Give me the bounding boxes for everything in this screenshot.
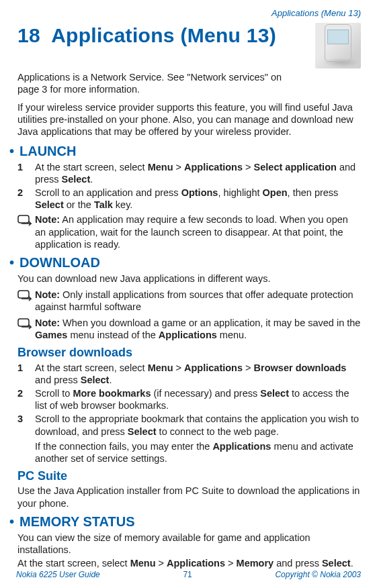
download-intro: You can download new Java applications i… (17, 273, 361, 285)
list-item: 2 Scroll to an application and press Opt… (17, 187, 361, 211)
step-text: Scroll to More bookmarks (if necessary) … (35, 387, 361, 411)
note-icon (17, 213, 35, 250)
launch-steps: 1 At the start screen, select Menu > App… (17, 161, 361, 211)
step-text: Scroll to an application and press Optio… (35, 187, 361, 211)
bullet-icon: • (9, 144, 14, 158)
browser-tail: If the connection fails, you may enter t… (35, 440, 361, 464)
section-download: •DOWNLOAD (9, 254, 361, 271)
svg-rect-0 (18, 215, 29, 223)
note-icon (17, 317, 35, 341)
note-launch: Note: An application may require a few s… (17, 213, 361, 250)
intro-paragraph-2: If your wireless service provider suppor… (17, 101, 361, 138)
note-text: Note: An application may require a few s… (35, 213, 361, 250)
note-download-2: Note: When you download a game or an app… (17, 317, 361, 341)
list-item: 1 At the start screen, select Menu > App… (17, 362, 361, 386)
subsection-browser-downloads: Browser downloads (17, 345, 361, 360)
memory-line1: You can view the size of memory availabl… (17, 532, 361, 556)
chapter-title-row: 18 Applications (Menu 13) (17, 23, 361, 68)
step-number: 1 (17, 362, 35, 386)
svg-rect-2 (18, 319, 29, 326)
intro-paragraph-1: Applications is a Network Service. See "… (17, 71, 293, 95)
step-number: 2 (17, 387, 35, 411)
step-number: 3 (17, 413, 35, 437)
step-text: At the start screen, select Menu > Appli… (35, 161, 361, 185)
svg-rect-1 (18, 291, 29, 298)
note-text: Note: When you download a game or an app… (35, 317, 361, 341)
chapter-heading: 18 Applications (Menu 13) (17, 23, 276, 48)
bullet-icon: • (9, 255, 14, 270)
note-text: Note: Only install applications from sou… (35, 289, 361, 313)
step-text: At the start screen, select Menu > Appli… (35, 362, 361, 386)
phone-illustration (315, 23, 361, 68)
note-download-1: Note: Only install applications from sou… (17, 289, 361, 313)
page-footer: Nokia 6225 User Guide 71 Copyright © Nok… (16, 570, 361, 580)
step-text: Scroll to the appropriate bookmark that … (35, 413, 361, 437)
step-number: 2 (17, 187, 35, 211)
list-item: 1 At the start screen, select Menu > App… (17, 161, 361, 185)
browser-steps: 1 At the start screen, select Menu > App… (17, 362, 361, 438)
footer-right: Copyright © Nokia 2003 (275, 570, 361, 580)
bullet-icon: • (9, 514, 14, 529)
section-launch: •LAUNCH (9, 143, 361, 160)
chapter-title: Applications (Menu 13) (51, 24, 276, 46)
chapter-number: 18 (17, 24, 40, 46)
list-item: 3 Scroll to the appropriate bookmark tha… (17, 413, 361, 437)
section-memory-status: •MEMORY STATUS (9, 513, 361, 530)
note-icon (17, 289, 35, 313)
running-header: Applications (Menu 13) (17, 8, 361, 19)
memory-line2: At the start screen, select Menu > Appli… (17, 557, 361, 569)
list-item: 2 Scroll to More bookmarks (if necessary… (17, 387, 361, 411)
page-number: 71 (183, 570, 192, 580)
subsection-pc-suite: PC Suite (17, 469, 361, 484)
step-number: 1 (17, 161, 35, 185)
footer-left: Nokia 6225 User Guide (16, 570, 100, 580)
pc-suite-text: Use the Java Application installer from … (17, 485, 361, 509)
